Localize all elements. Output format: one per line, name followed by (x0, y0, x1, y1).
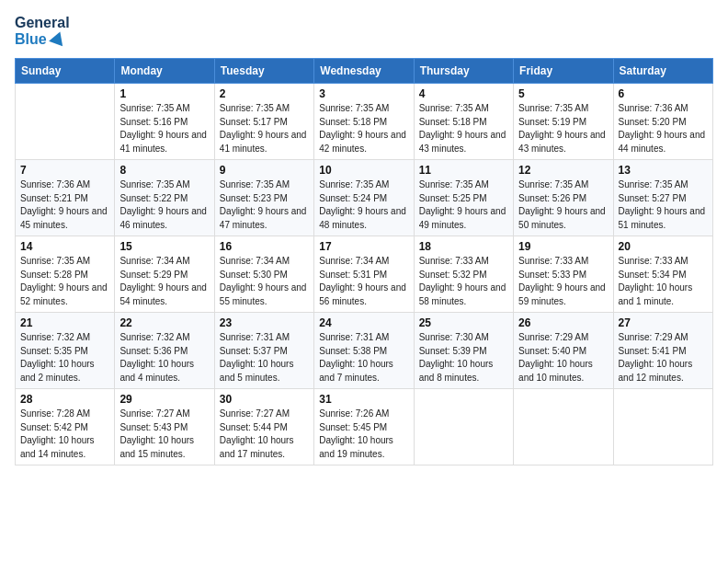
calendar-week-row: 14Sunrise: 7:35 AMSunset: 5:28 PMDayligh… (16, 236, 713, 313)
day-number: 4 (419, 87, 508, 100)
day-detail: Sunrise: 7:32 AMSunset: 5:35 PMDaylight:… (20, 331, 109, 385)
day-detail: Sunrise: 7:34 AMSunset: 5:30 PMDaylight:… (220, 255, 309, 308)
day-detail: Sunrise: 7:35 AMSunset: 5:26 PMDaylight:… (518, 178, 608, 232)
day-number: 29 (119, 393, 209, 406)
logo-blue-text: Blue (15, 31, 47, 48)
calendar-day-cell: 1Sunrise: 7:35 AMSunset: 5:16 PMDaylight… (115, 84, 214, 160)
calendar-day-cell: 10Sunrise: 7:35 AMSunset: 5:24 PMDayligh… (314, 160, 414, 236)
calendar-day-cell: 25Sunrise: 7:30 AMSunset: 5:39 PMDayligh… (414, 313, 513, 389)
day-number: 20 (619, 240, 708, 253)
calendar-day-cell: 8Sunrise: 7:35 AMSunset: 5:22 PMDaylight… (115, 160, 214, 236)
day-detail: Sunrise: 7:27 AMSunset: 5:43 PMDaylight:… (119, 408, 209, 461)
calendar-week-row: 1Sunrise: 7:35 AMSunset: 5:16 PMDaylight… (16, 84, 713, 160)
calendar-day-cell: 29Sunrise: 7:27 AMSunset: 5:43 PMDayligh… (115, 389, 214, 465)
calendar-day-cell: 2Sunrise: 7:35 AMSunset: 5:17 PMDaylight… (214, 84, 313, 160)
calendar-day-cell: 26Sunrise: 7:29 AMSunset: 5:40 PMDayligh… (514, 313, 613, 389)
calendar-day-cell: 24Sunrise: 7:31 AMSunset: 5:38 PMDayligh… (314, 313, 414, 389)
day-detail: Sunrise: 7:28 AMSunset: 5:42 PMDaylight:… (20, 408, 109, 461)
day-detail: Sunrise: 7:36 AMSunset: 5:20 PMDaylight:… (619, 102, 708, 155)
day-detail: Sunrise: 7:35 AMSunset: 5:24 PMDaylight:… (319, 178, 408, 232)
calendar-day-cell: 5Sunrise: 7:35 AMSunset: 5:19 PMDaylight… (514, 84, 613, 160)
calendar-day-cell: 6Sunrise: 7:36 AMSunset: 5:20 PMDaylight… (613, 84, 712, 160)
calendar-day-cell: 12Sunrise: 7:35 AMSunset: 5:26 PMDayligh… (514, 160, 613, 236)
calendar-week-row: 7Sunrise: 7:36 AMSunset: 5:21 PMDaylight… (16, 160, 713, 236)
day-detail: Sunrise: 7:35 AMSunset: 5:23 PMDaylight:… (220, 178, 309, 232)
calendar-day-cell: 3Sunrise: 7:35 AMSunset: 5:18 PMDaylight… (314, 84, 414, 160)
calendar-day-cell: 22Sunrise: 7:32 AMSunset: 5:36 PMDayligh… (115, 313, 214, 389)
day-number: 13 (619, 164, 708, 177)
calendar-day-cell: 31Sunrise: 7:26 AMSunset: 5:45 PMDayligh… (314, 389, 414, 465)
day-detail: Sunrise: 7:29 AMSunset: 5:40 PMDaylight:… (518, 331, 608, 385)
calendar-day-cell: 17Sunrise: 7:34 AMSunset: 5:31 PMDayligh… (314, 236, 414, 313)
day-number: 3 (319, 87, 408, 100)
day-number: 23 (220, 316, 309, 329)
day-detail: Sunrise: 7:33 AMSunset: 5:34 PMDaylight:… (619, 255, 708, 308)
day-detail: Sunrise: 7:35 AMSunset: 5:25 PMDaylight:… (419, 178, 508, 232)
day-detail: Sunrise: 7:33 AMSunset: 5:33 PMDaylight:… (518, 255, 608, 308)
day-detail: Sunrise: 7:34 AMSunset: 5:31 PMDaylight:… (319, 255, 408, 308)
calendar-day-cell: 9Sunrise: 7:35 AMSunset: 5:23 PMDaylight… (214, 160, 313, 236)
calendar-day-cell: 20Sunrise: 7:33 AMSunset: 5:34 PMDayligh… (613, 236, 712, 313)
calendar-day-cell: 4Sunrise: 7:35 AMSunset: 5:18 PMDaylight… (414, 84, 513, 160)
weekday-header: Tuesday (214, 59, 313, 84)
day-number: 18 (419, 240, 508, 253)
calendar-day-cell: 23Sunrise: 7:31 AMSunset: 5:37 PMDayligh… (214, 313, 313, 389)
calendar-day-cell: 16Sunrise: 7:34 AMSunset: 5:30 PMDayligh… (214, 236, 313, 313)
day-detail: Sunrise: 7:30 AMSunset: 5:39 PMDaylight:… (419, 331, 508, 385)
day-detail: Sunrise: 7:34 AMSunset: 5:29 PMDaylight:… (119, 255, 209, 308)
calendar-day-cell (514, 389, 613, 465)
weekday-header: Thursday (414, 59, 513, 84)
day-number: 15 (119, 240, 209, 253)
day-detail: Sunrise: 7:26 AMSunset: 5:45 PMDaylight:… (319, 408, 408, 461)
logo-general-text: General (15, 15, 70, 31)
calendar-day-cell: 30Sunrise: 7:27 AMSunset: 5:44 PMDayligh… (214, 389, 313, 465)
day-detail: Sunrise: 7:35 AMSunset: 5:17 PMDaylight:… (220, 102, 309, 155)
weekday-header-row: SundayMondayTuesdayWednesdayThursdayFrid… (16, 59, 713, 84)
day-number: 24 (319, 316, 408, 329)
calendar-day-cell: 14Sunrise: 7:35 AMSunset: 5:28 PMDayligh… (16, 236, 115, 313)
weekday-header: Sunday (16, 59, 115, 84)
day-number: 2 (220, 87, 309, 100)
calendar-day-cell (613, 389, 712, 465)
day-number: 10 (319, 164, 408, 177)
day-number: 12 (518, 164, 608, 177)
day-detail: Sunrise: 7:35 AMSunset: 5:28 PMDaylight:… (20, 255, 109, 308)
day-number: 25 (419, 316, 508, 329)
calendar-week-row: 21Sunrise: 7:32 AMSunset: 5:35 PMDayligh… (16, 313, 713, 389)
day-detail: Sunrise: 7:35 AMSunset: 5:18 PMDaylight:… (319, 102, 408, 155)
day-detail: Sunrise: 7:32 AMSunset: 5:36 PMDaylight:… (119, 331, 209, 385)
calendar-table: SundayMondayTuesdayWednesdayThursdayFrid… (15, 58, 713, 465)
logo-text-block: General Blue (15, 15, 70, 47)
calendar-day-cell: 19Sunrise: 7:33 AMSunset: 5:33 PMDayligh… (514, 236, 613, 313)
day-detail: Sunrise: 7:35 AMSunset: 5:16 PMDaylight:… (119, 102, 209, 155)
day-number: 28 (20, 393, 109, 406)
day-detail: Sunrise: 7:35 AMSunset: 5:18 PMDaylight:… (419, 102, 508, 155)
calendar-week-row: 28Sunrise: 7:28 AMSunset: 5:42 PMDayligh… (16, 389, 713, 465)
day-number: 11 (419, 164, 508, 177)
calendar-day-cell: 11Sunrise: 7:35 AMSunset: 5:25 PMDayligh… (414, 160, 513, 236)
day-number: 17 (319, 240, 408, 253)
calendar-day-cell: 28Sunrise: 7:28 AMSunset: 5:42 PMDayligh… (16, 389, 115, 465)
weekday-header: Monday (115, 59, 214, 84)
day-detail: Sunrise: 7:29 AMSunset: 5:41 PMDaylight:… (619, 331, 708, 385)
day-number: 27 (619, 316, 708, 329)
calendar-day-cell: 27Sunrise: 7:29 AMSunset: 5:41 PMDayligh… (613, 313, 712, 389)
calendar-day-cell: 18Sunrise: 7:33 AMSunset: 5:32 PMDayligh… (414, 236, 513, 313)
weekday-header: Friday (514, 59, 613, 84)
day-number: 19 (518, 240, 608, 253)
day-detail: Sunrise: 7:35 AMSunset: 5:19 PMDaylight:… (518, 102, 608, 155)
calendar-day-cell: 7Sunrise: 7:36 AMSunset: 5:21 PMDaylight… (16, 160, 115, 236)
day-number: 22 (119, 316, 209, 329)
logo-triangle-icon (49, 29, 67, 47)
day-number: 16 (220, 240, 309, 253)
day-detail: Sunrise: 7:31 AMSunset: 5:38 PMDaylight:… (319, 331, 408, 385)
day-detail: Sunrise: 7:35 AMSunset: 5:22 PMDaylight:… (119, 178, 209, 232)
page-header: General Blue (15, 15, 713, 47)
weekday-header: Wednesday (314, 59, 414, 84)
calendar-day-cell: 13Sunrise: 7:35 AMSunset: 5:27 PMDayligh… (613, 160, 712, 236)
day-number: 8 (119, 164, 209, 177)
day-detail: Sunrise: 7:35 AMSunset: 5:27 PMDaylight:… (619, 178, 708, 232)
calendar-day-cell: 21Sunrise: 7:32 AMSunset: 5:35 PMDayligh… (16, 313, 115, 389)
calendar-day-cell (414, 389, 513, 465)
day-number: 14 (20, 240, 109, 253)
